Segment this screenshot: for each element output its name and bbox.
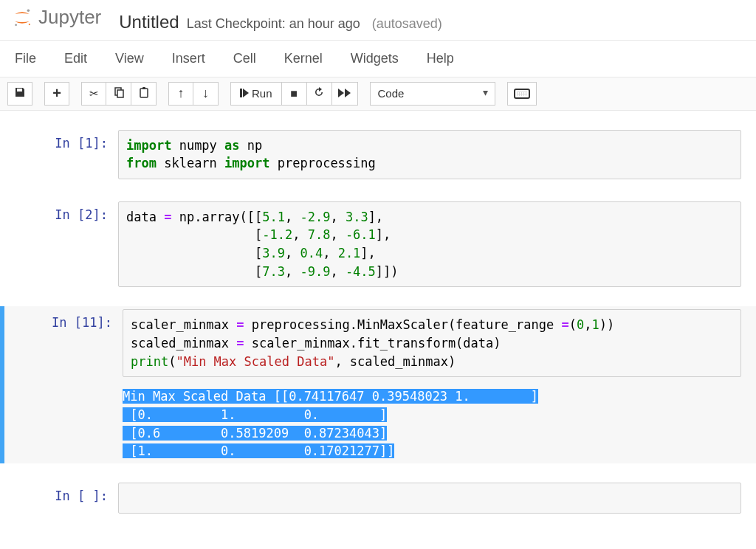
cell-type-select[interactable]: Code [370,82,495,106]
scissors-icon: ✂ [89,87,99,100]
menu-kernel[interactable]: Kernel [284,51,323,66]
menu-view[interactable]: View [115,51,144,66]
cell-4[interactable]: In [ ]: [0,480,756,517]
cell-2[interactable]: In [2]: data = np.array([[5.1, -2.9, 3.3… [0,198,756,291]
fast-forward-icon [338,87,351,100]
move-up-button[interactable]: ↑ [168,82,193,106]
cell-1[interactable]: In [1]: import numpy as np from sklearn … [0,127,756,182]
autosave-status: (autosaved) [372,16,442,32]
paste-button[interactable] [131,82,157,106]
cut-button[interactable]: ✂ [81,82,106,106]
svg-rect-7 [240,89,242,97]
menu-cell[interactable]: Cell [233,51,256,66]
svg-point-0 [27,9,30,12]
notebook-title[interactable]: Untitled [119,12,179,32]
cell-3-input[interactable]: scaler_minmax = preprocessing.MinMaxScal… [123,309,741,377]
plus-icon: + [52,85,61,102]
add-cell-button[interactable]: + [44,82,69,106]
cell-2-input[interactable]: data = np.array([[5.1, -2.9, 3.3], [-1.2… [118,201,741,288]
svg-rect-5 [140,89,148,97]
save-button[interactable] [7,82,32,106]
arrow-down-icon: ↓ [202,86,209,101]
menu-help[interactable]: Help [427,51,454,66]
play-icon [240,87,249,100]
restart-run-all-button[interactable] [332,82,358,106]
menu-widgets[interactable]: Widgets [351,51,399,66]
interrupt-button[interactable]: ■ [282,82,307,106]
cell-2-prompt: In [2]: [0,201,118,288]
paste-icon [138,86,150,100]
title-area: Untitled Last Checkpoint: an hour ago (a… [119,12,442,32]
cell-3-output[interactable]: Min Max Scaled Data [[0.74117647 0.39548… [123,387,741,460]
run-button[interactable]: Run [230,82,282,106]
toolbar: + ✂ ↑ ↓ Run ■ [0,77,756,111]
jupyter-logo[interactable]: Jupyter [12,6,101,29]
svg-rect-4 [117,90,123,97]
save-icon [14,86,26,100]
jupyter-logo-icon [12,7,32,28]
restart-icon [313,86,325,100]
command-palette-button[interactable] [507,82,537,106]
restart-button[interactable] [307,82,332,106]
checkpoint-status: Last Checkpoint: an hour ago [187,16,360,32]
copy-button[interactable] [106,82,131,106]
cell-3-prompt: In [11]: [4,309,123,460]
cell-1-prompt: In [1]: [0,130,118,179]
stop-icon: ■ [290,87,298,100]
svg-rect-6 [142,87,145,89]
menubar: File Edit View Insert Cell Kernel Widget… [0,41,756,77]
menu-insert[interactable]: Insert [172,51,205,66]
move-down-button[interactable]: ↓ [193,82,219,106]
svg-point-2 [29,24,30,25]
copy-icon [113,86,125,100]
arrow-up-icon: ↑ [178,86,185,101]
menu-file[interactable]: File [15,51,36,66]
cell-3[interactable]: In [11]: scaler_minmax = preprocessing.M… [0,306,756,463]
cell-4-prompt: In [ ]: [0,483,118,514]
menu-edit[interactable]: Edit [64,51,87,66]
keyboard-icon [514,89,530,99]
jupyter-wordmark: Jupyter [38,6,101,29]
notebook-container: In [1]: import numpy as np from sklearn … [0,111,756,547]
run-label: Run [252,87,272,100]
header: Jupyter Untitled Last Checkpoint: an hou… [0,0,756,41]
cell-type-select-wrap: Code [370,82,495,106]
cell-1-input[interactable]: import numpy as np from sklearn import p… [118,130,741,179]
cell-4-input[interactable] [118,483,741,514]
svg-point-1 [15,24,17,26]
